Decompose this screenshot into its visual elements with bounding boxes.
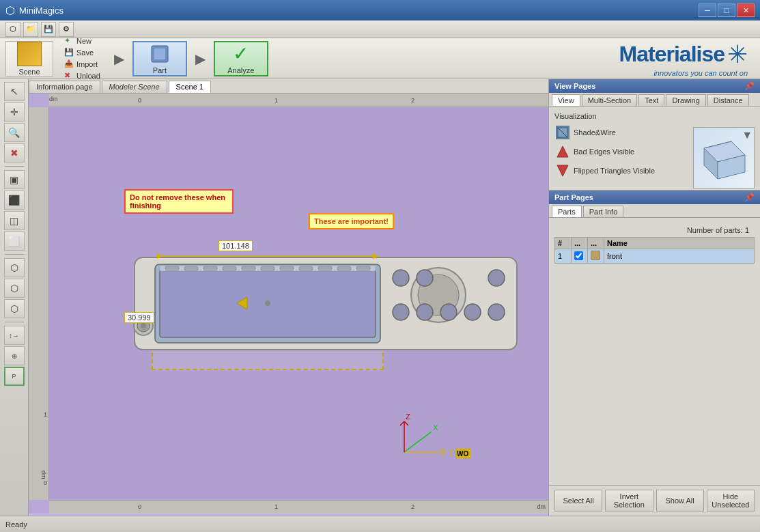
flipped-tri-label: Flipped Triangles Visible — [574, 167, 655, 175]
part-buttons: Select All Invert Selection Show All Hid… — [549, 485, 760, 516]
invert-selection-button[interactable]: Invert Selection — [605, 490, 653, 512]
left-tool-13[interactable]: ⊕ — [4, 346, 25, 365]
part-pages-content: Number of parts: 1 # ... ... Name 1 — [549, 218, 760, 485]
quickbar-btn-3[interactable]: 💾 — [41, 22, 56, 37]
scene-canvas[interactable]: Do not remove these when finishing These… — [49, 107, 548, 500]
part-tab-partinfo[interactable]: Part Info — [583, 206, 624, 217]
new-button[interactable]: ✦ New — [61, 36, 103, 46]
left-tool-10[interactable]: ⬡ — [4, 279, 25, 298]
canvas-inner[interactable]: dm 0 1 2 dm 1 0 0 1 2 dm — [29, 94, 548, 514]
table-row[interactable]: 1 front — [555, 249, 755, 264]
left-tool-11[interactable]: ⬡ — [4, 299, 25, 318]
left-tool-9[interactable]: ⬡ — [4, 258, 25, 277]
titlebar-controls: ─ □ ✕ — [699, 3, 755, 17]
logo-star-icon: ✳ — [727, 40, 748, 69]
import-button[interactable]: 📥 Import — [61, 59, 103, 70]
part-tab-parts[interactable]: Parts — [552, 206, 582, 217]
svg-line-35 — [441, 452, 445, 456]
left-tool-12[interactable]: ↕→ — [4, 326, 25, 345]
left-tool-zoom[interactable]: 🔍 — [4, 123, 25, 142]
main-area: ↖ ✛ 🔍 ✖ ▣ ⬛ ◫ ⬜ ⬡ ⬡ ⬡ ↕→ ⊕ P Information… — [0, 79, 760, 516]
view-tab-drawing[interactable]: Drawing — [666, 94, 705, 106]
tab-modeler-scene[interactable]: Modeler Scene — [102, 81, 167, 93]
scene-icon-img — [17, 42, 42, 66]
part-workflow-label: Part — [153, 66, 167, 74]
titlebar-left: ⬡ MiniMagics — [5, 4, 64, 17]
svg-rect-16 — [337, 266, 351, 270]
left-tool-patt[interactable]: P — [4, 367, 25, 386]
view-tab-multisection[interactable]: Multi-Section — [582, 94, 638, 106]
left-tool-8[interactable]: ⬜ — [4, 232, 25, 251]
ruler-tick-2: 2 — [411, 97, 414, 104]
dimension-label-v: 30.999 — [124, 312, 154, 323]
titlebar: ⬡ MiniMagics ─ □ ✕ — [0, 0, 760, 20]
svg-rect-12 — [261, 266, 275, 270]
cube-dropdown[interactable]: ▼ — [742, 129, 752, 141]
left-toolbar: ↖ ✛ 🔍 ✖ ▣ ⬛ ◫ ⬜ ⬡ ⬡ ⬡ ↕→ ⊕ P — [0, 79, 29, 516]
svg-point-25 — [440, 304, 457, 320]
part-pages-pin-icon: 📌 — [744, 193, 755, 202]
view-pages-tabs: View Multi-Section Text Drawing Distance — [549, 93, 760, 107]
svg-point-5 — [265, 300, 270, 306]
file-toolbar-group: ✦ New 💾 Save 📥 Import ✖ Unload — [59, 34, 106, 83]
svg-text:X: X — [433, 423, 438, 432]
col-name: Name — [604, 238, 755, 249]
right-panel: View Pages 📌 View Multi-Section Text Dra… — [548, 79, 760, 516]
svg-point-30 — [488, 270, 505, 286]
select-all-button[interactable]: Select All — [554, 490, 602, 512]
hide-unselected-button[interactable]: Hide Unselected — [707, 490, 755, 512]
left-tool-move[interactable]: ✛ — [4, 102, 25, 122]
viz-title: Visualization — [554, 112, 755, 120]
flipped-tri-icon — [556, 164, 569, 178]
logo-name: Materialise — [619, 42, 724, 67]
col-num: # — [555, 238, 572, 249]
ruler-bottom-tick-2: 2 — [411, 503, 414, 510]
part-visibility-check[interactable] — [574, 251, 583, 260]
left-tool-cursor[interactable]: ↖ — [4, 82, 25, 101]
svg-rect-10 — [223, 266, 236, 270]
show-all-button[interactable]: Show All — [656, 490, 704, 512]
svg-marker-47 — [557, 146, 568, 157]
tab-bar: Information page Modeler Scene Scene 1 — [29, 79, 548, 94]
part-workflow-button[interactable]: Part — [132, 41, 187, 76]
part-color-swatch — [591, 251, 600, 260]
quickbar-btn-2[interactable]: 📁 — [23, 22, 38, 37]
ruler-tick-1: 1 — [275, 97, 278, 104]
svg-rect-8 — [184, 266, 198, 270]
scene-label: Scene — [18, 68, 40, 76]
maximize-button[interactable]: □ — [718, 3, 735, 17]
left-tool-rotate[interactable]: ✖ — [4, 143, 25, 163]
analyze-workflow-button[interactable]: ✓ Analyze — [214, 41, 268, 76]
tab-scene-1[interactable]: Scene 1 — [169, 81, 211, 93]
dimension-label-h: 101.148 — [219, 240, 253, 251]
part-row-checkbox[interactable] — [572, 249, 588, 264]
close-button[interactable]: ✕ — [737, 3, 755, 17]
left-tool-7[interactable]: ◫ — [4, 211, 25, 230]
quickbar-btn-1[interactable]: ⬡ — [5, 22, 20, 37]
cube-preview[interactable]: ▼ — [693, 127, 755, 188]
minimize-button[interactable]: ─ — [699, 3, 716, 17]
svg-point-20 — [141, 323, 146, 328]
save-button[interactable]: 💾 Save — [61, 47, 103, 58]
bad-edges-label: Bad Edges Visible — [574, 148, 634, 156]
tab-information-page[interactable]: Information page — [29, 81, 100, 93]
part-row-name: front — [604, 249, 755, 264]
number-parts-label: Number of parts: 1 — [554, 223, 755, 237]
left-tool-6[interactable]: ⬛ — [4, 191, 25, 210]
svg-rect-11 — [242, 266, 255, 270]
quickbar: ⬡ 📁 💾 ⚙ — [0, 20, 760, 38]
view-pages-content: Visualization Shade&Wire Bad Edges Visib… — [549, 107, 760, 190]
import-icon: 📥 — [64, 59, 74, 69]
scene-button[interactable]: Scene — [5, 41, 53, 76]
view-pages-header: View Pages 📌 — [549, 79, 760, 93]
view-tab-text[interactable]: Text — [638, 94, 664, 106]
view-tab-distance[interactable]: Distance — [707, 94, 749, 106]
shade-wire-label: Shade&Wire — [574, 128, 616, 137]
left-tool-5[interactable]: ▣ — [4, 170, 25, 189]
svg-point-24 — [417, 304, 433, 320]
view-pages-section: View Pages 📌 View Multi-Section Text Dra… — [549, 79, 760, 190]
svg-line-34 — [441, 448, 445, 452]
view-tab-view[interactable]: View — [552, 94, 580, 106]
parts-table: # ... ... Name 1 — [554, 237, 755, 264]
view-pages-title: View Pages — [554, 82, 595, 90]
